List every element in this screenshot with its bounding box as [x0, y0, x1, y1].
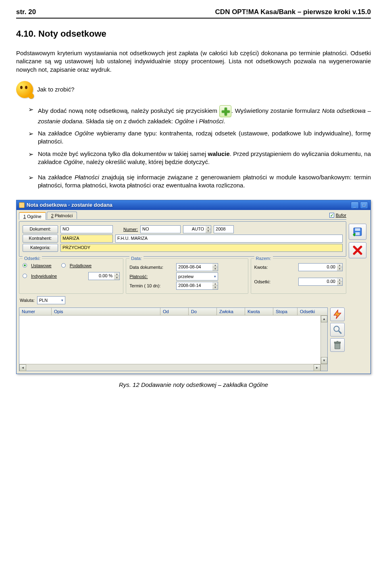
kategoria-input[interactable]: PRZYCHODY — [60, 244, 343, 252]
col-do[interactable]: Do — [189, 308, 217, 315]
datadok-label: Data dokumentu: — [129, 265, 174, 270]
tab2-label: Płatności — [54, 213, 73, 218]
datadok-spinner[interactable]: ▲▼ — [212, 263, 218, 271]
platnosc-select[interactable]: przelew▾ — [176, 272, 218, 280]
b1-text-b: . Wyświetlony zostanie formularz — [231, 107, 322, 114]
nota-odsetkowa-window: Nota odsetkowa - zostanie dodana _ □ 1 O… — [16, 200, 371, 374]
col-kwota[interactable]: Kwota — [245, 308, 273, 315]
window-title: Nota odsetkowa - zostanie dodana — [27, 202, 112, 208]
svg-rect-5 — [337, 341, 338, 342]
datadok-input[interactable]: 2008-08-04 — [176, 263, 212, 271]
tab-platnosci[interactable]: 2 Płatności — [47, 212, 77, 219]
indywidualne-label: Indywidualne — [31, 274, 57, 278]
termin-spinner[interactable]: ▲▼ — [212, 282, 218, 290]
kategoria-button[interactable]: Kategoria: — [23, 244, 58, 252]
indywidualne-input[interactable]: 0.00 % — [88, 272, 114, 280]
thinking-emoji-icon — [16, 81, 33, 98]
b3-a: Nota może być wyliczona tylko dla dokume… — [38, 150, 208, 157]
kwota-input[interactable]: 0.00 — [298, 263, 337, 271]
odsetki-input[interactable]: 0.00 — [298, 278, 337, 286]
v-scrollbar[interactable]: ▲ ▼ — [320, 316, 327, 364]
scroll-left-icon[interactable]: ◄ — [19, 364, 26, 371]
h-scrollbar[interactable]: ◄ ► — [19, 364, 327, 371]
chevron-down-icon: ▾ — [61, 298, 63, 302]
header-divider — [16, 18, 371, 19]
section-heading: 4.10. Noty odsetkowe — [16, 29, 371, 39]
podatkowe-label: Podatkowe — [70, 263, 92, 268]
svg-rect-4 — [334, 342, 340, 343]
b1-end: . — [223, 118, 225, 125]
ustawowe-label: Ustawowe — [31, 263, 52, 268]
col-numer[interactable]: Numer — [19, 308, 52, 315]
col-odsetki[interactable]: Odsetki — [298, 308, 327, 315]
minimize-button[interactable]: _ — [351, 202, 359, 209]
b2-a: Na zakładce — [38, 130, 75, 137]
dokument-button[interactable]: Dokument: — [23, 225, 58, 233]
col-od[interactable]: Od — [160, 308, 189, 315]
dokument-input[interactable]: NO — [60, 225, 113, 233]
positions-table: Numer Opis Od Do Zwłoka Kwota Stopa Odse… — [19, 308, 328, 371]
waluta-select[interactable]: PLN▾ — [37, 296, 65, 304]
kontrahent-code-input[interactable]: MARIZA — [60, 235, 113, 243]
numer-spinner[interactable]: ▲▼ — [206, 225, 211, 233]
svg-rect-8 — [356, 232, 360, 235]
termin-input[interactable]: 2008-08-14 — [176, 282, 212, 290]
numer-seg3[interactable]: 2008 — [214, 225, 234, 233]
platnosc-label: Płatność: — [129, 274, 174, 279]
kwota-spinner[interactable]: ▲▼ — [337, 263, 343, 271]
col-opis[interactable]: Opis — [52, 308, 160, 315]
scroll-down-icon[interactable]: ▼ — [321, 357, 327, 364]
radio-ustawowe[interactable] — [23, 263, 27, 268]
doc-title: CDN OPT!MA Kasa/Bank – pierwsze kroki v.… — [215, 8, 371, 16]
trash-delete-button[interactable] — [330, 338, 345, 352]
kontrahent-button[interactable]: Kontrahent: — [23, 235, 58, 243]
svg-point-1 — [334, 326, 339, 331]
b4-em: Płatności — [75, 174, 99, 181]
bullet-1: Aby dodać nową notę odsetkową, należy po… — [28, 105, 371, 125]
col-zwloka[interactable]: Zwłoka — [217, 308, 245, 315]
radio-indywidualne[interactable] — [23, 274, 27, 278]
numer-seg1[interactable]: NO — [140, 225, 181, 233]
bullet-3: Nota może być wyliczona tylko dla dokume… — [28, 150, 371, 166]
scroll-up-icon[interactable]: ▲ — [321, 316, 327, 322]
svg-marker-0 — [334, 310, 341, 319]
page-number: str. 20 — [16, 8, 36, 16]
table-body-empty[interactable] — [19, 316, 320, 364]
close-cancel-button[interactable] — [349, 242, 366, 258]
radio-podatkowe[interactable] — [61, 263, 66, 268]
numer-seg2[interactable]: AUTO — [183, 225, 206, 233]
kontrahent-name-input[interactable]: F.H.U. MARIZA — [115, 235, 343, 243]
svg-rect-7 — [355, 228, 360, 231]
col-stopa[interactable]: Stopa — [273, 308, 298, 315]
maximize-button[interactable]: □ — [360, 202, 368, 209]
scroll-right-icon[interactable]: ► — [314, 364, 320, 371]
waluta-value: PLN — [39, 298, 48, 303]
tab-ogolne[interactable]: 1 Ogólne — [19, 212, 46, 220]
b4-a: Na zakładce — [38, 174, 75, 181]
section-number: 4.10. — [16, 29, 36, 39]
platnosc-value: przelew — [178, 274, 194, 279]
b3-c: , należy określić walutę, której będzie … — [83, 158, 210, 165]
termin-label: Termin ( 10 dn): — [129, 283, 174, 288]
save-diskette-button[interactable] — [349, 224, 366, 240]
magnifier-search-button[interactable] — [330, 323, 345, 337]
b1-text-a: Aby dodać nową notę odsetkową, należy po… — [38, 107, 219, 114]
lightning-generate-button[interactable] — [330, 308, 345, 321]
howto-label: Jak to zrobić? — [37, 86, 75, 93]
tab1-label: Ogólne — [26, 214, 42, 219]
odsetki-spinner[interactable]: ▲▼ — [337, 278, 343, 286]
section-title: Noty odsetkowe — [38, 29, 106, 39]
numer-label: Numer: — [123, 227, 138, 232]
window-icon — [19, 202, 25, 208]
b3-em: Ogólne — [63, 158, 83, 165]
bufor-checkbox[interactable]: ✓ — [329, 213, 334, 218]
bullet-4: Na zakładce Płatności znajdują się infor… — [28, 173, 371, 190]
odsetki-legend: Odsetki: — [23, 256, 42, 261]
titlebar[interactable]: Nota odsetkowa - zostanie dodana _ □ — [17, 200, 370, 210]
add-icon — [219, 105, 231, 117]
b1-em2: Płatności — [199, 118, 223, 125]
bullet-2: Na zakładce Ogólne wybieramy dane typu: … — [28, 129, 371, 146]
razem-legend: Razem: — [254, 256, 273, 261]
indyw-spinner[interactable]: ▲▼ — [114, 272, 120, 280]
b2-em: Ogólne — [75, 130, 94, 137]
